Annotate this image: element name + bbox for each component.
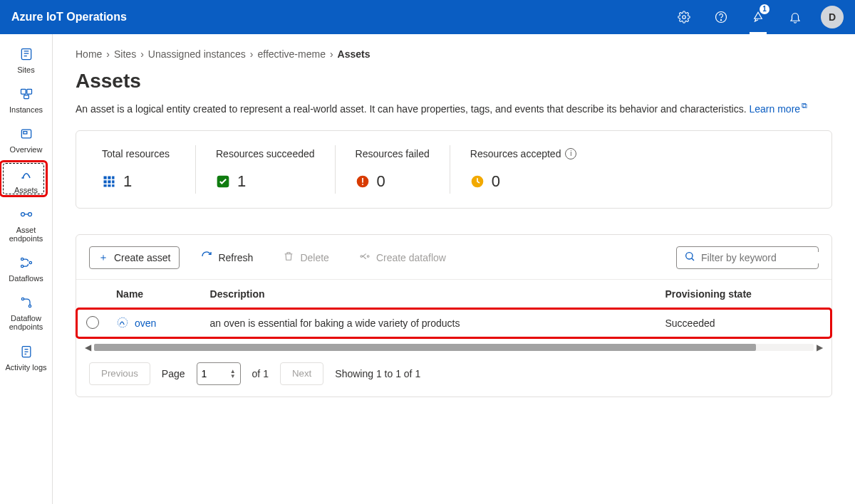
svg-rect-8 [23, 132, 26, 134]
settings-icon[interactable] [673, 0, 695, 34]
topbar-actions: 1 D [673, 0, 844, 34]
page-field[interactable] [202, 368, 222, 379]
activity-logs-icon [19, 345, 33, 360]
page-label: Page [162, 368, 185, 379]
svg-rect-22 [112, 180, 114, 183]
svg-point-13 [29, 261, 31, 263]
svg-rect-5 [26, 90, 31, 95]
sidebar-item-activity-logs[interactable]: Activity logs [5, 339, 48, 377]
crumb-current: Assets [338, 48, 370, 60]
page-description: An asset is a logical entity created to … [76, 101, 832, 115]
assets-table-card: ＋ Create asset Refresh Delete [76, 234, 832, 397]
chevron-right-icon: › [330, 48, 333, 60]
feedback-icon[interactable]: 1 [747, 0, 770, 34]
feedback-badge: 1 [760, 4, 770, 14]
stat-total: Total resources 1 [82, 145, 196, 194]
refresh-button[interactable]: Refresh [192, 246, 261, 269]
avatar-initial: D [829, 11, 836, 23]
col-name[interactable]: Name [109, 279, 203, 308]
chevron-down-icon: ▼ [230, 374, 236, 379]
avatar[interactable]: D [821, 6, 844, 28]
sidebar-label: Instances [9, 105, 43, 114]
scroll-thumb[interactable] [94, 344, 756, 351]
col-select [76, 279, 109, 308]
crumb-home[interactable]: Home [76, 48, 102, 60]
showing-text: Showing 1 to 1 of 1 [335, 368, 420, 379]
sites-icon [19, 47, 33, 63]
error-icon [356, 174, 370, 189]
svg-rect-29 [362, 184, 363, 185]
info-icon[interactable]: i [565, 148, 576, 159]
search-icon [684, 251, 695, 264]
chevron-right-icon: › [250, 48, 254, 60]
brand-title: Azure IoT Operations [11, 11, 127, 23]
sidebar-label: Overview [10, 145, 43, 154]
scroll-left-icon[interactable]: ◀ [83, 342, 93, 352]
check-icon [216, 174, 230, 189]
assets-icon [19, 167, 33, 183]
create-dataflow-button: Create dataflow [351, 246, 455, 269]
svg-rect-21 [108, 180, 110, 183]
crumb-instance[interactable]: effective-meme [257, 48, 325, 60]
svg-point-14 [21, 298, 24, 300]
sidebar-label: Asset endpoints [5, 226, 48, 243]
refresh-icon [201, 251, 212, 264]
row-select-radio[interactable] [86, 316, 99, 329]
sidebar-item-assets[interactable]: Assets [5, 162, 48, 200]
svg-rect-17 [104, 176, 107, 179]
sidebar-label: Assets [14, 186, 38, 194]
notifications-icon[interactable] [784, 0, 807, 34]
stat-succeeded: Resources succeeded 1 [196, 145, 336, 194]
cell-description: an oven is essential for baking a wide v… [203, 308, 658, 338]
dataflows-icon [19, 256, 33, 271]
sidebar-item-asset-endpoints[interactable]: Asset endpoints [5, 201, 48, 248]
sidebar-item-sites[interactable]: Sites [5, 41, 48, 80]
asset-link[interactable]: oven [116, 316, 156, 331]
stats-card: Total resources 1 Resources succeeded 1 [76, 130, 832, 209]
asset-endpoints-icon [19, 207, 33, 223]
pager: Previous Page ▲▼ of 1 Next Showing 1 to … [76, 352, 831, 389]
crumb-sites[interactable]: Sites [114, 48, 136, 60]
sidebar-label: Activity logs [5, 363, 46, 372]
sidebar-item-instances[interactable]: Instances [5, 81, 48, 120]
svg-rect-3 [21, 49, 31, 60]
crumb-unassigned[interactable]: Unassigned instances [148, 48, 246, 60]
chevron-right-icon: › [140, 48, 144, 60]
next-button: Next [280, 362, 323, 385]
table-row[interactable]: oven an oven is essential for baking a w… [76, 308, 831, 338]
page-spinner[interactable]: ▲▼ [230, 369, 236, 379]
sidebar-label: Dataflow endpoints [5, 314, 48, 331]
filter-field[interactable] [701, 252, 826, 263]
col-description[interactable]: Description [203, 279, 658, 308]
grid-icon [102, 174, 116, 189]
stat-failed: Resources failed 0 [336, 145, 450, 194]
svg-rect-18 [108, 176, 110, 179]
page-of: of 1 [252, 368, 269, 379]
learn-more-link[interactable]: Learn more⧉ [750, 103, 808, 115]
filter-input[interactable] [676, 246, 819, 269]
svg-rect-28 [362, 178, 363, 183]
sidebar-item-dataflows[interactable]: Dataflows [5, 250, 48, 288]
svg-point-32 [367, 256, 369, 258]
svg-point-12 [21, 265, 23, 267]
create-asset-button[interactable]: ＋ Create asset [89, 246, 180, 269]
sidebar-item-dataflow-endpoints[interactable]: Dataflow endpoints [5, 290, 48, 337]
scroll-track[interactable] [94, 344, 814, 351]
scroll-right-icon[interactable]: ▶ [815, 342, 824, 352]
clock-icon [470, 174, 484, 189]
sidebar-item-overview[interactable]: Overview [5, 121, 48, 159]
page-number-input[interactable]: ▲▼ [197, 362, 241, 385]
asset-icon [116, 316, 129, 331]
sidebar-label: Sites [17, 65, 34, 74]
svg-point-31 [361, 256, 363, 258]
svg-rect-4 [21, 90, 26, 95]
page-title: Assets [76, 70, 832, 93]
dataflow-endpoints-icon [19, 295, 33, 311]
svg-rect-23 [104, 184, 107, 187]
horizontal-scrollbar[interactable]: ◀ ▶ [83, 342, 824, 352]
help-icon[interactable] [710, 0, 732, 34]
table-toolbar: ＋ Create asset Refresh Delete [76, 235, 831, 279]
overview-icon [19, 127, 33, 142]
col-state[interactable]: Provisioning state [658, 279, 832, 308]
main-content: Home › Sites › Unassigned instances › ef… [53, 34, 855, 504]
